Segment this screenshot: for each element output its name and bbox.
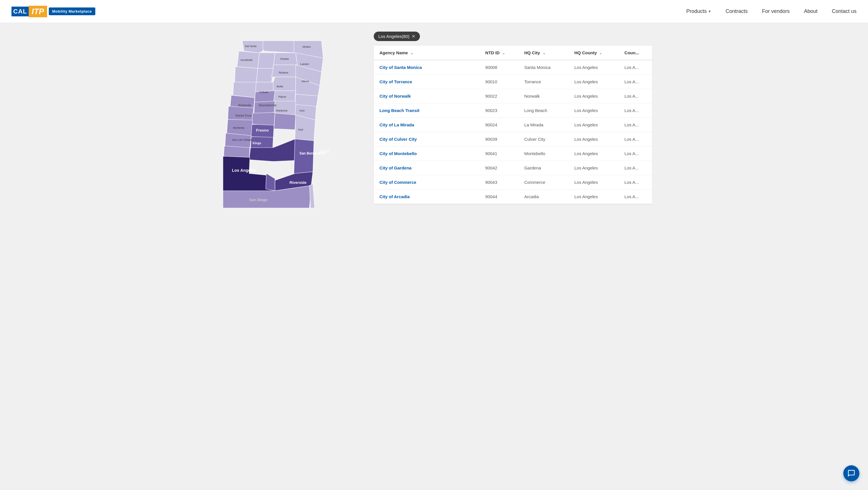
agency-name-link[interactable]: City of La Mirada	[379, 122, 414, 127]
chat-icon	[847, 469, 856, 478]
agency-name-link[interactable]: City of Gardena	[379, 166, 412, 170]
agency-name-cell: City of Gardena	[374, 161, 479, 175]
los-angeles-filter-chip[interactable]: Los Angeles(80) ✕	[374, 32, 420, 41]
main-content: Del Norte Modoc Humboldt Shasta Lassen T…	[205, 23, 663, 226]
table-row: City of Gardena 90042 Gardena Los Angele…	[374, 161, 652, 175]
agency-name-cell: City of Norwalk	[374, 89, 479, 104]
ntd-id-cell: 90010	[479, 75, 519, 89]
agency-name-sort-icon: ⌄	[410, 51, 413, 55]
count-cell: Los A...	[619, 175, 652, 190]
county-sonoma[interactable]	[233, 82, 256, 98]
count-cell: Los A...	[619, 161, 652, 175]
hq-county-cell: Los Angeles	[569, 89, 619, 104]
table-row: City of Commerce 90043 Commerce Los Ange…	[374, 175, 652, 190]
agency-name-link[interactable]: City of Arcadia	[379, 194, 410, 199]
ntd-id-sort-icon: ⌄	[502, 51, 505, 55]
chat-button[interactable]	[843, 465, 859, 481]
hq-county-cell: Los Angeles	[569, 146, 619, 161]
count-cell: Los A...	[619, 104, 652, 118]
agency-name-link[interactable]: City of Commerce	[379, 180, 416, 185]
products-dropdown-arrow: ▼	[708, 9, 711, 13]
hq-county-cell: Los Angeles	[569, 175, 619, 190]
filter-chip-close[interactable]: ✕	[412, 34, 415, 39]
ntd-id-cell: 90008	[479, 60, 519, 75]
agency-name-link[interactable]: City of Montebello	[379, 151, 417, 156]
county-humboldt[interactable]	[237, 51, 259, 68]
table-row: City of Culver City 90039 Culver City Lo…	[374, 132, 652, 146]
hq-county-cell: Los Angeles	[569, 104, 619, 118]
col-header-count: Coun...	[619, 46, 652, 60]
agency-name-cell: City of Santa Monica	[374, 60, 479, 75]
agency-name-link[interactable]: City of Santa Monica	[379, 65, 422, 70]
county-del-norte[interactable]	[242, 41, 265, 53]
nav-contracts[interactable]: Contracts	[725, 8, 748, 15]
california-map[interactable]: Del Norte Modoc Humboldt Shasta Lassen T…	[222, 37, 360, 218]
map-section: Del Norte Modoc Humboldt Shasta Lassen T…	[216, 32, 365, 218]
hq-county-cell: Los Angeles	[569, 118, 619, 132]
hq-city-sort-icon: ⌄	[542, 51, 546, 55]
label-kern: Kern	[320, 149, 329, 154]
logo-mobility: Mobility Marketplace	[49, 7, 95, 15]
site-header: CAL ITP Mobility Marketplace Products ▼ …	[0, 0, 868, 23]
agencies-table: Agency Name ⌄ NTD ID ⌄ HQ City ⌄ HQ Co	[374, 46, 652, 204]
logo-link[interactable]: CAL ITP Mobility Marketplace	[11, 6, 95, 17]
filter-chip-label: Los Angeles(80)	[378, 34, 409, 39]
county-siskiyou[interactable]	[263, 41, 296, 53]
nav-contact-us[interactable]: Contact us	[832, 8, 857, 15]
agency-name-link[interactable]: City of Torrance	[379, 79, 412, 84]
logo: CAL ITP	[11, 6, 47, 17]
table-row: City of Arcadia 90044 Arcadia Los Angele…	[374, 190, 652, 204]
hq-city-cell: Torrance	[518, 75, 569, 89]
hq-city-cell: Norwalk	[518, 89, 569, 104]
hq-county-sort-icon: ⌄	[599, 51, 602, 55]
count-cell: Los A...	[619, 118, 652, 132]
county-amador[interactable]	[274, 101, 296, 115]
col-header-agency-name[interactable]: Agency Name ⌄	[374, 46, 479, 60]
hq-city-cell: La Mirada	[518, 118, 569, 132]
hq-county-cell: Los Angeles	[569, 75, 619, 89]
nav-for-vendors[interactable]: For vendors	[762, 8, 789, 15]
hq-city-cell: Culver City	[518, 132, 569, 146]
count-cell: Los A...	[619, 190, 652, 204]
ntd-id-cell: 90024	[479, 118, 519, 132]
hq-county-cell: Los Angeles	[569, 132, 619, 146]
table-row: Long Beach Transit 90023 Long Beach Los …	[374, 104, 652, 118]
nav-products[interactable]: Products ▼	[686, 8, 711, 15]
table-body: City of Santa Monica 90008 Santa Monica …	[374, 60, 652, 204]
agency-name-link[interactable]: City of Norwalk	[379, 94, 411, 98]
table-row: City of Norwalk 90022 Norwalk Los Angele…	[374, 89, 652, 104]
ntd-id-cell: 90022	[479, 89, 519, 104]
count-cell: Los A...	[619, 146, 652, 161]
agency-name-cell: City of Commerce	[374, 175, 479, 190]
logo-itp: ITP	[29, 6, 47, 17]
table-header-row: Agency Name ⌄ NTD ID ⌄ HQ City ⌄ HQ Co	[374, 46, 652, 60]
county-orange[interactable]	[266, 173, 275, 191]
agency-name-link[interactable]: City of Culver City	[379, 137, 417, 142]
hq-county-cell: Los Angeles	[569, 190, 619, 204]
agency-name-cell: City of Montebello	[374, 146, 479, 161]
col-header-hq-county[interactable]: HQ County ⌄	[569, 46, 619, 60]
ntd-id-cell: 90044	[479, 190, 519, 204]
table-row: City of Torrance 90010 Torrance Los Ange…	[374, 75, 652, 89]
county-imperial[interactable]	[309, 184, 315, 208]
agency-name-cell: City of Torrance	[374, 75, 479, 89]
filter-chips: Los Angeles(80) ✕	[374, 32, 652, 41]
hq-city-cell: Gardena	[518, 161, 569, 175]
hq-city-cell: Santa Monica	[518, 60, 569, 75]
count-cell: Los A...	[619, 75, 652, 89]
agencies-table-wrapper: Agency Name ⌄ NTD ID ⌄ HQ City ⌄ HQ Co	[374, 46, 652, 204]
hq-city-cell: Montebello	[518, 146, 569, 161]
nav-about[interactable]: About	[804, 8, 817, 15]
hq-city-cell: Arcadia	[518, 190, 569, 204]
count-cell: Los A...	[619, 60, 652, 75]
ntd-id-cell: 90043	[479, 175, 519, 190]
col-header-ntd-id[interactable]: NTD ID ⌄	[479, 46, 519, 60]
col-header-hq-city[interactable]: HQ City ⌄	[518, 46, 569, 60]
hq-county-cell: Los Angeles	[569, 161, 619, 175]
county-tehama[interactable]	[272, 65, 298, 77]
agency-name-link[interactable]: Long Beach Transit	[379, 108, 420, 113]
table-row: City of Santa Monica 90008 Santa Monica …	[374, 60, 652, 75]
county-sanbernardino[interactable]	[294, 139, 314, 173]
county-madera[interactable]	[274, 113, 296, 130]
county-trinity[interactable]	[258, 53, 275, 68]
